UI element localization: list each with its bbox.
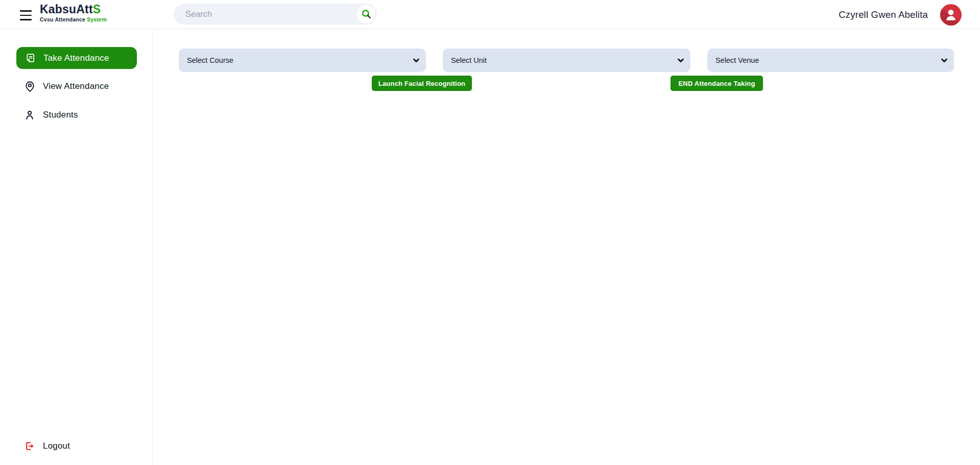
user-area: Czyrell Gwen Abelita	[839, 0, 962, 29]
app-logo: KabsuAttS Cvsu AttendanceSystem	[40, 4, 107, 22]
file-text-icon	[24, 52, 36, 64]
brand-title: KabsuAttS	[40, 4, 107, 15]
course-select-wrap: Select Course	[179, 49, 426, 72]
app-root: KabsuAttS Cvsu AttendanceSystem Czyrell …	[0, 0, 980, 465]
sidebar-item-label: Take Attendance	[43, 53, 109, 63]
tagline-main: Cvsu Attendance	[40, 16, 85, 22]
brand-tagline: Cvsu AttendanceSystem	[40, 17, 107, 22]
sidebar-item-label: Logout	[43, 441, 70, 451]
course-select[interactable]: Select Course	[179, 49, 426, 72]
search-icon	[361, 9, 372, 19]
venue-select[interactable]: Select Venue	[707, 49, 954, 72]
search-bar	[174, 4, 377, 25]
avatar[interactable]	[940, 4, 962, 26]
menu-toggle-button[interactable]	[20, 10, 32, 20]
search-input[interactable]	[174, 4, 353, 25]
map-pin-icon	[23, 80, 36, 92]
sidebar: Take Attendance View Attendance Students	[0, 29, 153, 465]
logout-icon	[23, 440, 36, 452]
launch-facial-recognition-button[interactable]: Launch Facial Recognition	[372, 76, 472, 91]
sidebar-item-label: View Attendance	[43, 81, 109, 91]
user-name: Czyrell Gwen Abelita	[839, 9, 928, 20]
sidebar-item-view-attendance[interactable]: View Attendance	[23, 77, 109, 96]
brand-main: KabsuAtt	[40, 3, 93, 16]
hamburger-icon	[20, 19, 32, 20]
sidebar-item-label: Students	[43, 110, 78, 120]
person-outline-icon	[23, 109, 36, 121]
sidebar-item-logout[interactable]: Logout	[23, 437, 70, 455]
sidebar-item-take-attendance[interactable]: Take Attendance	[16, 47, 137, 69]
hamburger-icon	[20, 10, 32, 12]
end-attendance-taking-button[interactable]: END Attendance Taking	[671, 76, 763, 91]
unit-select-wrap: Select Unit	[443, 49, 690, 72]
tagline-accent: System	[87, 16, 107, 22]
top-bar: KabsuAttS Cvsu AttendanceSystem Czyrell …	[0, 0, 980, 29]
sidebar-item-students[interactable]: Students	[23, 106, 78, 124]
unit-select[interactable]: Select Unit	[443, 49, 690, 72]
venue-select-wrap: Select Venue	[707, 49, 954, 72]
brand-accent: S	[93, 3, 101, 16]
search-button[interactable]	[357, 5, 375, 24]
hamburger-icon	[20, 15, 32, 16]
